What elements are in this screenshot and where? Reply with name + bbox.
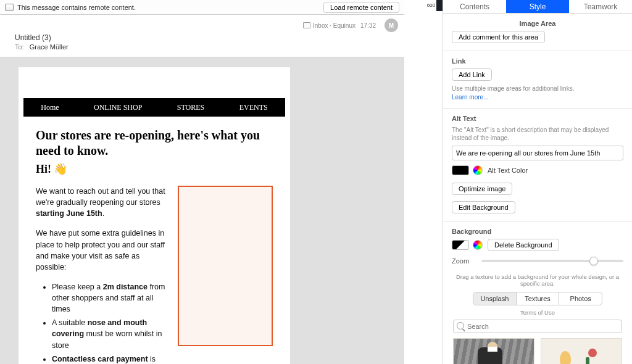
seg-unsplash[interactable]: Unsplash [473, 292, 516, 305]
section-link: Link [452, 57, 623, 65]
alt-color-picker-icon[interactable] [473, 165, 483, 175]
load-remote-content-button[interactable]: Load remote content [323, 2, 399, 13]
avatar[interactable]: M [385, 19, 398, 32]
bg-color-swatch[interactable] [452, 240, 469, 250]
remote-content-text: This message contains remote content. [17, 4, 136, 11]
optimize-image-button[interactable]: Optimize image [452, 183, 512, 195]
link-helper: Use multiple image areas for additional … [452, 85, 623, 93]
folder-label: Inbox · Equinux [313, 22, 356, 29]
tab-style[interactable]: Style [506, 0, 569, 13]
inspector-panel: Contents Style Teamwork Image Area Add c… [443, 0, 632, 364]
subject: Untitled (3) [0, 33, 404, 43]
ruler: 600 [404, 0, 443, 364]
alt-color-label: Alt Text Color [488, 167, 528, 174]
email-navbar: Home ONLINE SHOP STORES EVENTS [23, 98, 285, 117]
search-icon [457, 322, 464, 329]
email-canvas: Home ONLINE SHOP STORES EVENTS Our store… [19, 67, 290, 364]
zoom-slider[interactable] [481, 260, 623, 262]
terms-link[interactable]: Terms of Use [452, 309, 623, 316]
bg-color-picker-icon[interactable] [473, 240, 483, 250]
email-p1: We want to reach out and tell you that w… [36, 186, 168, 219]
seg-photos[interactable]: Photos [559, 292, 602, 305]
remote-content-icon [5, 4, 14, 11]
zoom-label: Zoom [452, 257, 481, 265]
edit-background-button[interactable]: Edit Background [452, 201, 515, 213]
delete-background-button[interactable]: Delete Background [488, 239, 559, 251]
email-bullets: Please keep a 2m distance from other sho… [36, 281, 168, 364]
email-header: Inbox · Equinux 17:32 M Untitled (3) To:… [0, 15, 404, 57]
seg-textures[interactable]: Textures [516, 292, 559, 305]
alt-color-swatch[interactable] [452, 165, 469, 175]
section-image-area: Image Area [452, 20, 623, 27]
section-alt-text: Alt Text [452, 115, 623, 122]
nav-home[interactable]: Home [41, 103, 59, 112]
tab-teamwork[interactable]: Teamwork [569, 0, 632, 13]
add-comment-button[interactable]: Add comment for this area [452, 31, 545, 43]
tab-contents[interactable]: Contents [443, 0, 506, 13]
nav-events[interactable]: EVENTS [239, 103, 268, 112]
ruler-value: 600 [427, 2, 435, 8]
email-p2: We have put some extra guidelines in pla… [36, 228, 168, 273]
bg-drag-hint: Drag a texture to add a background for y… [452, 273, 623, 287]
to-value: Grace Müller [30, 43, 69, 51]
bg-search-input[interactable] [453, 320, 622, 333]
alt-text-input[interactable] [452, 146, 623, 160]
section-background: Background [452, 228, 623, 235]
alt-helper: The "Alt Text" is a short description th… [452, 126, 623, 142]
add-link-button[interactable]: Add Link [452, 68, 492, 81]
time-label: 17:32 [360, 22, 376, 29]
email-greeting: Hi! 👋 [36, 162, 273, 176]
email-headline: Our stores are re-opening, here's what y… [36, 128, 273, 159]
bg-thumbnail-1[interactable] [453, 338, 534, 364]
remote-content-bar: This message contains remote content. Lo… [0, 0, 404, 15]
nav-stores[interactable]: STORES [177, 103, 204, 112]
folder-icon [303, 22, 310, 28]
nav-shop[interactable]: ONLINE SHOP [94, 103, 142, 112]
to-label: To: [15, 43, 24, 51]
bg-thumbnail-2[interactable] [541, 338, 622, 364]
selected-image-area[interactable] [178, 186, 273, 346]
learn-more-link[interactable]: Learn more... [452, 94, 623, 101]
